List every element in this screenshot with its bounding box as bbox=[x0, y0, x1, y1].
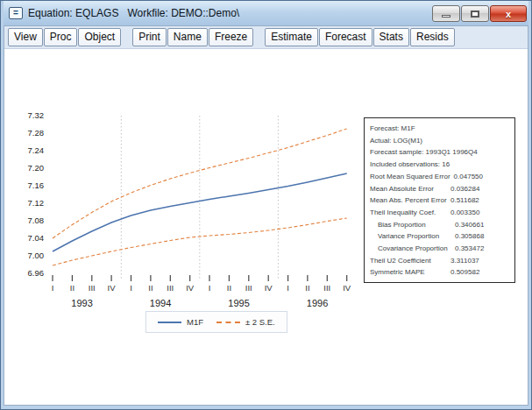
legend-label: ± 2 S.E. bbox=[245, 317, 275, 327]
stat-row: Theil U2 Coefficient3.311037 bbox=[370, 255, 510, 267]
x-axis-quarter-label: IV bbox=[186, 283, 195, 293]
legend-item: ± 2 S.E. bbox=[216, 317, 275, 327]
stat-label: Bias Proportion bbox=[378, 219, 455, 231]
stat-value: 0.047550 bbox=[454, 171, 483, 183]
legend-line-sample bbox=[158, 322, 181, 323]
x-axis-year-label: 1996 bbox=[307, 298, 328, 308]
y-axis-tick-label: 6.96 bbox=[28, 268, 45, 278]
stat-row: Forecast: M1F bbox=[370, 123, 510, 135]
x-axis-quarter-label: I bbox=[287, 283, 289, 293]
x-axis-quarter-label: III bbox=[167, 283, 174, 293]
stat-label: Root Mean Squared Error bbox=[370, 171, 454, 183]
legend-item: M1F bbox=[158, 317, 203, 327]
close-icon: x bbox=[506, 9, 511, 19]
stat-value: 0.509582 bbox=[450, 266, 479, 279]
y-axis-tick-label: 7.32 bbox=[28, 110, 45, 120]
window-client-area: View Proc Object Print Name Freeze Estim… bbox=[4, 25, 528, 406]
x-axis-quarter-label: II bbox=[305, 283, 309, 293]
stat-label: Included observations: 16 bbox=[370, 159, 453, 171]
stat-label: Mean Absolute Error bbox=[370, 183, 450, 195]
stat-label: Theil U2 Coefficient bbox=[370, 255, 450, 267]
forecast-stats-box: Forecast: M1FActual: LOG(M1)Forecast sam… bbox=[364, 117, 515, 283]
legend-line-sample bbox=[216, 322, 240, 323]
forecast-button[interactable]: Forecast bbox=[319, 28, 372, 46]
close-button[interactable]: x bbox=[490, 5, 527, 22]
forecast-chart: 7.327.287.247.207.167.127.087.047.006.96… bbox=[12, 110, 380, 325]
stat-label: Symmetric MAPE bbox=[370, 266, 450, 279]
stat-row: Forecast sample: 1993Q1 1996Q4 bbox=[370, 146, 510, 159]
y-axis-tick-label: 7.20 bbox=[28, 163, 45, 173]
stat-value: 0.511682 bbox=[450, 194, 479, 207]
stat-value: 0.340661 bbox=[455, 219, 484, 231]
series-line-m1f bbox=[53, 173, 347, 251]
proc-button[interactable]: Proc bbox=[44, 28, 78, 46]
toolbar: View Proc Object Print Name Freeze Estim… bbox=[4, 26, 528, 49]
stat-value: 0.036284 bbox=[450, 183, 479, 195]
object-button[interactable]: Object bbox=[78, 28, 121, 46]
maximize-icon bbox=[471, 11, 479, 18]
stat-row: Variance Proportion0.305868 bbox=[370, 230, 510, 243]
print-button[interactable]: Print bbox=[132, 28, 167, 46]
stat-row: Covariance Proportion0.353472 bbox=[370, 243, 510, 255]
view-button[interactable]: View bbox=[8, 28, 43, 46]
titlebar[interactable]: = Equation: EQLAGS Workfile: DEMO::Demo\… bbox=[4, 1, 528, 25]
y-axis-tick-label: 7.16 bbox=[28, 180, 45, 190]
window-controls: x bbox=[431, 5, 527, 22]
eviews-equation-window: = Equation: EQLAGS Workfile: DEMO::Demo\… bbox=[0, 0, 532, 410]
x-axis-quarter-label: I bbox=[209, 283, 211, 293]
stats-button[interactable]: Stats bbox=[373, 28, 409, 46]
stat-row: Included observations: 16 bbox=[370, 159, 510, 171]
x-axis-quarter-label: II bbox=[148, 283, 153, 293]
x-axis-quarter-label: I bbox=[130, 283, 132, 293]
stat-row: Mean Absolute Error0.036284 bbox=[370, 183, 510, 195]
estimate-button[interactable]: Estimate bbox=[265, 28, 318, 46]
x-axis-year-label: 1995 bbox=[228, 298, 249, 308]
y-axis-tick-label: 7.00 bbox=[28, 251, 45, 260]
y-axis-tick-label: 7.04 bbox=[28, 233, 45, 243]
y-axis-tick-label: 7.28 bbox=[28, 128, 45, 138]
stat-label: Forecast sample: 1993Q1 1996Q4 bbox=[370, 146, 481, 159]
x-axis-quarter-label: III bbox=[323, 283, 330, 293]
maximize-button[interactable] bbox=[461, 5, 489, 22]
forecast-graph-view: 7.327.287.247.207.167.127.087.047.006.96… bbox=[4, 49, 528, 406]
stat-value: 0.305868 bbox=[455, 230, 484, 243]
resids-button[interactable]: Resids bbox=[410, 28, 455, 46]
x-axis-quarter-label: II bbox=[70, 283, 74, 293]
stat-row: Symmetric MAPE0.509582 bbox=[370, 266, 510, 279]
stat-label: Covariance Proportion bbox=[378, 243, 455, 255]
stat-row: Root Mean Squared Error0.047550 bbox=[370, 171, 510, 183]
chart-legend: M1F± 2 S.E. bbox=[145, 311, 287, 333]
freeze-button[interactable]: Freeze bbox=[209, 28, 253, 46]
minimize-icon bbox=[442, 15, 450, 18]
x-axis-quarter-label: II bbox=[227, 283, 231, 293]
name-button[interactable]: Name bbox=[167, 28, 208, 46]
x-axis-year-label: 1993 bbox=[71, 298, 92, 308]
minimize-button[interactable] bbox=[432, 5, 460, 22]
stat-row: Theil Inequality Coef.0.003350 bbox=[370, 207, 510, 219]
stat-value: 3.311037 bbox=[450, 255, 479, 267]
stat-label: Actual: LOG(M1) bbox=[370, 135, 450, 147]
y-axis-tick-label: 7.24 bbox=[28, 145, 45, 155]
x-axis-quarter-label: III bbox=[245, 283, 252, 293]
legend-label: M1F bbox=[187, 317, 203, 327]
stat-label: Mean Abs. Percent Error bbox=[370, 194, 450, 207]
x-axis-quarter-label: IV bbox=[343, 283, 351, 293]
x-axis-quarter-label: IV bbox=[108, 283, 117, 293]
stat-value: 0.353472 bbox=[455, 243, 484, 255]
window-title: Equation: EQLAGS Workfile: DEMO::Demo\ bbox=[28, 7, 431, 19]
x-axis-year-label: 1994 bbox=[150, 298, 171, 308]
stat-label: Forecast: M1F bbox=[370, 123, 450, 135]
stat-row: Bias Proportion0.340661 bbox=[370, 219, 510, 231]
stat-label: Variance Proportion bbox=[378, 230, 455, 243]
x-axis-quarter-label: IV bbox=[265, 283, 273, 293]
stat-label: Theil Inequality Coef. bbox=[370, 207, 450, 219]
x-axis-quarter-label: I bbox=[52, 283, 54, 293]
y-axis-tick-label: 7.12 bbox=[28, 198, 45, 208]
stat-row: Mean Abs. Percent Error0.511682 bbox=[370, 194, 510, 207]
y-axis-tick-label: 7.08 bbox=[28, 216, 45, 225]
stat-row: Actual: LOG(M1) bbox=[370, 135, 510, 147]
stat-value: 0.003350 bbox=[450, 207, 479, 219]
equation-icon[interactable]: = bbox=[9, 7, 23, 19]
x-axis-quarter-label: III bbox=[89, 283, 96, 293]
